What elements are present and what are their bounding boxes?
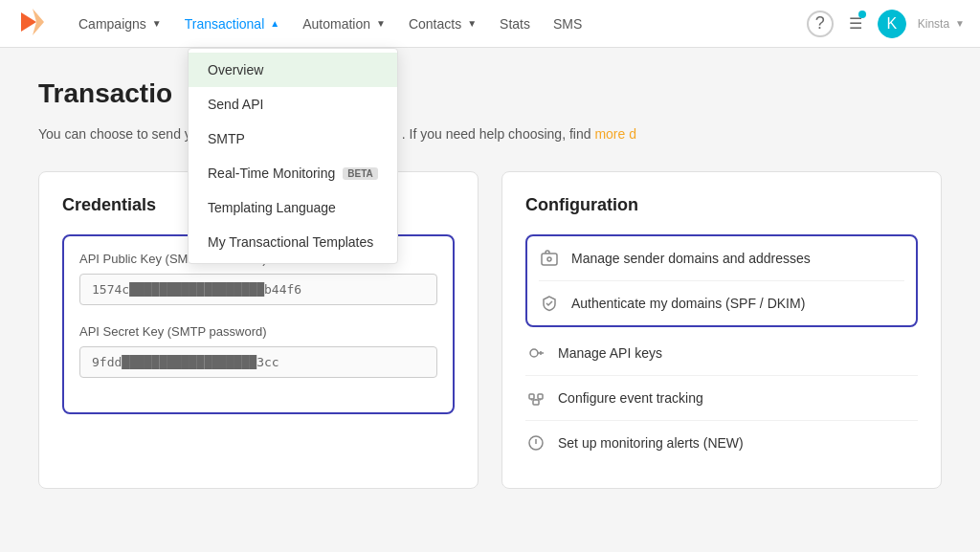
- nav-right: ? ☰ K Kinsta ▼: [807, 10, 965, 38]
- nav-campaigns[interactable]: Campaigns ▼: [69, 11, 171, 37]
- api-secret-key-label: API Secret Key (SMTP password): [79, 324, 437, 339]
- config-item-monitoring-alerts[interactable]: Set up monitoring alerts (NEW): [525, 421, 918, 465]
- notification-badge: [858, 11, 866, 18]
- brand-logo[interactable]: [15, 5, 50, 42]
- svg-rect-7: [533, 400, 539, 405]
- nav-stats[interactable]: Stats: [490, 11, 540, 37]
- dropdown-item-my-templates[interactable]: My Transactional Templates: [189, 225, 397, 259]
- tracking-icon: [525, 387, 546, 408]
- more-details-link[interactable]: more d: [594, 126, 636, 142]
- nav-transactional[interactable]: Transactional ▲: [175, 11, 289, 37]
- nav-automation[interactable]: Automation ▼: [293, 11, 395, 37]
- svg-marker-0: [21, 12, 36, 32]
- chevron-down-icon: ▼: [467, 18, 477, 29]
- dropdown-item-send-api[interactable]: Send API: [189, 87, 397, 121]
- config-list: Manage sender domains and addresses Auth…: [525, 234, 918, 465]
- config-highlighted-group: Manage sender domains and addresses Auth…: [525, 234, 918, 327]
- dropdown-item-realtime[interactable]: Real-Time Monitoring BETA: [189, 156, 397, 190]
- svg-rect-5: [529, 394, 534, 399]
- cards-row: Credentials API Public Key (SMTP usernam…: [38, 171, 942, 489]
- api-secret-key-group: API Secret Key (SMTP password): [79, 324, 437, 378]
- help-icon[interactable]: ?: [807, 11, 834, 37]
- notifications-area: ☰: [845, 11, 866, 36]
- nav-items: Campaigns ▼ Transactional ▲ Automation ▼…: [69, 11, 807, 37]
- alert-icon: [525, 432, 546, 453]
- chevron-down-icon: ▼: [376, 18, 386, 29]
- sender-domains-icon: [539, 248, 560, 269]
- dropdown-item-templating[interactable]: Templating Language: [189, 190, 397, 225]
- svg-rect-2: [542, 254, 557, 265]
- svg-point-3: [547, 257, 551, 261]
- shield-icon: [539, 293, 560, 314]
- user-menu[interactable]: Kinsta ▼: [918, 17, 965, 31]
- svg-point-4: [530, 349, 538, 357]
- configuration-card: Configuration Manage sender domains and …: [501, 171, 942, 489]
- config-item-authenticate-domains[interactable]: Authenticate my domains (SPF / DKIM): [539, 281, 904, 325]
- user-avatar[interactable]: K: [878, 10, 906, 38]
- chevron-up-icon: ▲: [270, 18, 279, 29]
- nav-contacts[interactable]: Contacts ▼: [399, 11, 486, 37]
- user-chevron-icon: ▼: [955, 18, 965, 29]
- configuration-title: Configuration: [525, 195, 918, 215]
- navbar: Campaigns ▼ Transactional ▲ Automation ▼…: [0, 0, 980, 48]
- beta-badge: BETA: [343, 167, 377, 180]
- api-public-key-input[interactable]: [79, 274, 437, 305]
- main-content: Transactio You can choose to send yo SMT…: [0, 48, 980, 519]
- api-secret-key-input[interactable]: [79, 346, 437, 378]
- page-title: Transactio: [38, 78, 942, 109]
- config-item-sender-domains[interactable]: Manage sender domains and addresses: [539, 236, 904, 281]
- chevron-down-icon: ▼: [152, 18, 162, 29]
- config-item-manage-api-keys[interactable]: Manage API keys: [525, 331, 918, 376]
- dropdown-item-overview[interactable]: Overview: [189, 53, 397, 87]
- transactional-dropdown: Overview Send API SMTP Real-Time Monitor…: [188, 48, 398, 264]
- dropdown-item-smtp[interactable]: SMTP: [189, 121, 397, 156]
- svg-rect-6: [538, 394, 543, 399]
- key-icon: [525, 342, 546, 364]
- config-item-event-tracking[interactable]: Configure event tracking: [525, 376, 918, 421]
- nav-sms[interactable]: SMS: [544, 11, 591, 37]
